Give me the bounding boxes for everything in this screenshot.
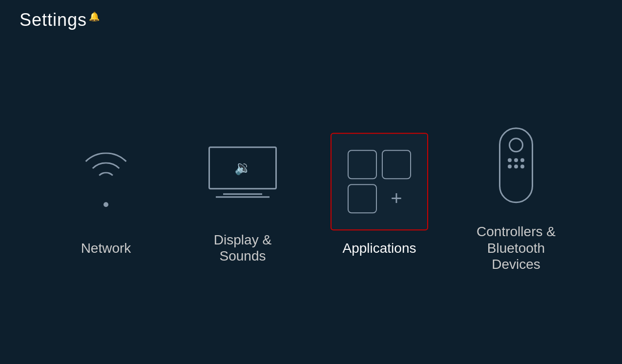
network-icon-container [57, 133, 155, 230]
network-label: Network [81, 240, 131, 257]
sidebar-item-applications[interactable]: + Applications [326, 133, 433, 257]
remote-dot-1 [508, 158, 512, 162]
speaker-icon: 🔉 [234, 160, 251, 176]
notification-icon: 🔔 [89, 12, 100, 21]
remote-dot-6 [520, 164, 524, 168]
display-sounds-label: Display & Sounds [189, 232, 296, 264]
wifi-dot [104, 202, 108, 207]
sidebar-item-controllers[interactable]: Controllers &Bluetooth Devices [462, 116, 570, 273]
tv-base [208, 196, 277, 198]
tv-screen: 🔉 [208, 146, 277, 189]
sidebar-item-network[interactable]: Network [52, 133, 160, 257]
applications-icon-container: + [331, 133, 428, 230]
remote-icon [499, 127, 533, 203]
app-square-2 [382, 150, 411, 179]
app-plus-icon: + [382, 184, 411, 213]
applications-label: Applications [343, 240, 416, 257]
app-square-3 [348, 184, 377, 213]
settings-grid: Network 🔉 Display & Sounds + [0, 116, 622, 273]
remote-circle [509, 138, 523, 152]
display-sounds-icon-container: 🔉 [194, 124, 291, 222]
remote-dot-2 [514, 158, 518, 162]
wifi-arc-inner [96, 172, 116, 192]
wifi-icon [74, 152, 138, 211]
controllers-icon-container [467, 116, 565, 214]
page-title: Settings🔔 [20, 10, 100, 30]
remote-dot-3 [520, 158, 524, 162]
controllers-label: Controllers &Bluetooth Devices [462, 223, 570, 273]
sidebar-item-display-sounds[interactable]: 🔉 Display & Sounds [189, 124, 296, 264]
remote-dot-4 [508, 164, 512, 168]
remote-dots [508, 158, 524, 168]
title-text: Settings [20, 10, 87, 30]
tv-stand [223, 193, 262, 195]
applications-icon: + [348, 150, 411, 213]
remote-dot-5 [514, 164, 518, 168]
tv-icon: 🔉 [208, 146, 277, 200]
app-square-1 [348, 150, 377, 179]
